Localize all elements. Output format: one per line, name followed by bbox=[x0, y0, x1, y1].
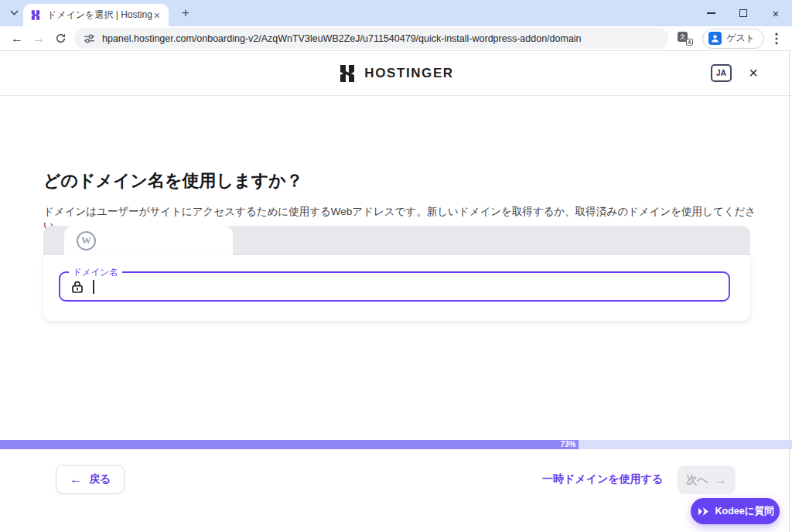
domain-input-label: ドメイン名 bbox=[69, 267, 122, 278]
lock-icon bbox=[70, 279, 85, 295]
language-button[interactable]: JA bbox=[711, 64, 732, 82]
kebab-icon bbox=[775, 32, 778, 45]
browser-window: ドメインを選択 | Hostinger × + × ← → bbox=[0, 0, 792, 532]
next-button-label: 次へ bbox=[686, 473, 708, 487]
domain-card-body: ドメイン名 bbox=[43, 255, 750, 321]
nav-back-button[interactable]: ← bbox=[6, 28, 28, 49]
browser-tabbar: ドメインを選択 | Hostinger × + × bbox=[0, 0, 792, 26]
nav-forward-button[interactable]: → bbox=[28, 28, 50, 49]
tab-wordpress[interactable]: W bbox=[64, 226, 233, 255]
next-arrow-icon: → bbox=[715, 473, 727, 487]
onboarding-content: どのドメイン名を使用しますか？ ドメインはユーザーがサイトにアクセスするために使… bbox=[0, 96, 792, 532]
brand-name: HOSTINGER bbox=[364, 66, 453, 81]
guest-avatar-icon bbox=[708, 32, 722, 45]
window-close-button[interactable]: × bbox=[760, 0, 792, 26]
text-cursor bbox=[93, 280, 94, 294]
page-title: どのドメイン名を使用しますか？ bbox=[43, 169, 303, 193]
profile-label: ゲスト bbox=[726, 32, 755, 45]
next-button[interactable]: 次へ → bbox=[678, 466, 736, 494]
tab-search-button[interactable] bbox=[5, 5, 22, 21]
wordpress-icon: W bbox=[77, 231, 96, 251]
page-scrollbar[interactable] bbox=[789, 51, 790, 532]
kodee-icon bbox=[697, 505, 710, 518]
chevron-down-icon bbox=[10, 10, 19, 16]
back-button[interactable]: ← 戻る bbox=[56, 465, 125, 494]
site-info-icon[interactable] bbox=[84, 33, 95, 44]
domain-card: W ドメイン名 bbox=[43, 226, 750, 321]
domain-name-input[interactable]: ドメイン名 bbox=[59, 271, 730, 302]
kodee-chat-button[interactable]: Kodeeに質問 bbox=[691, 498, 780, 524]
domain-tabstrip: W bbox=[43, 226, 750, 255]
back-button-label: 戻る bbox=[89, 472, 111, 486]
browser-menu-button[interactable] bbox=[769, 29, 784, 49]
onboarding-close-button[interactable]: × bbox=[744, 62, 763, 84]
hostinger-h-icon bbox=[338, 63, 357, 84]
nav-reload-button[interactable] bbox=[50, 28, 71, 49]
progress-bar: 73% bbox=[0, 440, 792, 449]
tab-title: ドメインを選択 | Hostinger bbox=[47, 9, 152, 22]
page-header: HOSTINGER JA × bbox=[0, 51, 792, 96]
hostinger-logo: HOSTINGER bbox=[0, 51, 792, 95]
progress-percent-label: 73% bbox=[561, 440, 576, 449]
tab-close-icon[interactable]: × bbox=[152, 9, 162, 22]
progress-fill: 73% bbox=[0, 440, 579, 449]
kodee-button-label: Kodeeに質問 bbox=[715, 505, 774, 518]
address-bar[interactable]: hpanel.hostinger.com/onboarding-v2/AzqWn… bbox=[74, 28, 668, 49]
hostinger-favicon bbox=[30, 9, 41, 21]
minimize-icon bbox=[707, 12, 715, 14]
browser-tab-active[interactable]: ドメインを選択 | Hostinger × bbox=[23, 4, 169, 26]
window-controls: × bbox=[695, 0, 792, 26]
profile-button[interactable]: ゲスト bbox=[702, 29, 764, 49]
window-maximize-button[interactable] bbox=[727, 0, 760, 26]
back-arrow-icon: ← bbox=[70, 472, 82, 486]
new-tab-button[interactable]: + bbox=[176, 4, 195, 22]
maximize-icon bbox=[739, 9, 747, 17]
browser-toolbar: ← → hpanel.hostinger.com/onboarding-v2/A… bbox=[0, 26, 792, 51]
reload-icon bbox=[55, 32, 67, 44]
window-minimize-button[interactable] bbox=[695, 0, 727, 26]
translate-icon[interactable]: 文 A bbox=[678, 32, 693, 46]
use-temp-domain-link[interactable]: 一時ドメインを使用する bbox=[542, 472, 663, 486]
url-text[interactable]: hpanel.hostinger.com/onboarding-v2/AzqWn… bbox=[102, 33, 582, 44]
